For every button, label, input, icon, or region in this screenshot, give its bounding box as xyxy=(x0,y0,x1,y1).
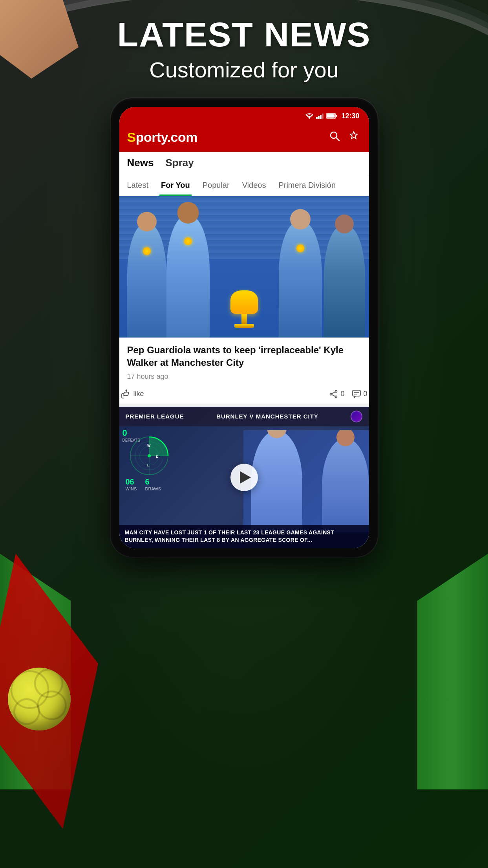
video-thumbnail-1: PREMIER LEAGUE BURNLEY v MANCHESTER CITY xyxy=(119,407,369,548)
wins-value: 06 xyxy=(126,477,137,486)
svg-rect-1 xyxy=(316,117,318,119)
draws-block: 6 DRAWS xyxy=(145,477,161,491)
svg-point-11 xyxy=(335,396,337,398)
status-icons: 12:30 xyxy=(305,112,359,120)
sub-navigation: Latest For You Popular Videos Primera Di… xyxy=(119,175,369,196)
share-count: 0 xyxy=(340,390,344,398)
like-label: like xyxy=(133,390,144,398)
thumbs-up-icon xyxy=(121,389,130,399)
video-card-1[interactable]: PREMIER LEAGUE BURNLEY v MANCHESTER CITY xyxy=(119,407,369,548)
vid-player-1 xyxy=(251,430,302,532)
player-head-3 xyxy=(290,209,311,229)
svg-rect-4 xyxy=(322,114,324,119)
radar-chart: W D L xyxy=(128,434,171,477)
app-header: Sporty.com xyxy=(119,125,369,152)
svg-line-9 xyxy=(336,138,339,141)
article-card-1[interactable]: Pep Guardiola wants to keep 'irreplaceab… xyxy=(119,196,369,407)
article-time-1: 17 hours ago xyxy=(127,373,361,381)
nav-spray[interactable]: Spray xyxy=(165,157,194,175)
svg-text:L: L xyxy=(147,463,150,467)
player-head-1 xyxy=(137,212,157,231)
medal-3 xyxy=(296,244,304,252)
svg-rect-2 xyxy=(318,116,320,119)
wifi-icon xyxy=(305,113,314,119)
trophy xyxy=(228,290,260,330)
comment-button[interactable]: 0 xyxy=(352,390,367,398)
phone-outer-frame: 12:30 Sporty.com xyxy=(111,98,378,557)
nav-sub-foryou[interactable]: For You xyxy=(159,175,192,196)
headline-section: LATEST NEWS Customized for you xyxy=(0,16,488,83)
like-button[interactable]: like xyxy=(121,389,144,399)
main-navigation: News Spray xyxy=(119,152,369,175)
video-caption: MAN CITY HAVE LOST JUST 1 OF THEIR LAST … xyxy=(119,525,369,548)
article-image-1 xyxy=(119,196,369,338)
trophy-cup xyxy=(230,290,258,314)
phone-mockup: 12:30 Sporty.com xyxy=(111,98,378,557)
nav-sub-videos[interactable]: Videos xyxy=(241,175,268,196)
nav-news[interactable]: News xyxy=(127,157,154,175)
signal-icon xyxy=(316,113,324,119)
sub-headline: Customized for you xyxy=(0,57,488,83)
vid-player-head-2 xyxy=(336,430,355,446)
medal-1 xyxy=(143,247,151,255)
status-time: 12:30 xyxy=(341,112,359,120)
player-head-2 xyxy=(177,202,199,224)
players-right xyxy=(243,430,369,532)
wins-label: WINS xyxy=(126,486,137,491)
player-head-4 xyxy=(335,215,354,233)
draws-value: 6 xyxy=(145,477,161,486)
svg-rect-6 xyxy=(327,114,335,118)
player-sil-1 xyxy=(127,224,166,338)
player-sil-3 xyxy=(279,222,322,338)
share-button[interactable]: 0 xyxy=(329,390,344,398)
radar-stats-overlay: W D L 06 WINS 6 DRAWS xyxy=(126,426,181,497)
comment-count: 0 xyxy=(363,390,367,398)
main-headline: LATEST NEWS xyxy=(0,16,488,54)
svg-text:W: W xyxy=(147,444,151,448)
search-icon[interactable] xyxy=(329,130,340,144)
favorites-icon[interactable] xyxy=(348,130,360,145)
vid-player-2 xyxy=(322,438,369,532)
svg-rect-15 xyxy=(353,390,360,396)
article-actions-1: like 0 xyxy=(119,389,369,399)
medal-2 xyxy=(184,237,192,245)
article-title-1: Pep Guardiola wants to keep 'irreplaceab… xyxy=(127,344,361,369)
video-league-name: PREMIER LEAGUE xyxy=(126,413,184,420)
share-icon xyxy=(329,390,338,398)
article-right-actions: 0 0 xyxy=(329,390,367,398)
svg-point-0 xyxy=(309,118,310,119)
app-logo: Sporty.com xyxy=(127,130,198,145)
svg-rect-3 xyxy=(320,115,322,119)
svg-rect-7 xyxy=(336,115,337,117)
play-button[interactable] xyxy=(230,464,258,491)
svg-point-12 xyxy=(330,393,332,395)
svg-text:D: D xyxy=(156,455,159,459)
news-feed: Pep Guardiola wants to keep 'irreplaceab… xyxy=(119,196,369,548)
player-sil-4 xyxy=(324,226,365,338)
phone-screen: 12:30 Sporty.com xyxy=(119,107,369,548)
logo-s: S xyxy=(127,130,136,145)
soccer-ball-decoration xyxy=(8,668,71,730)
svg-line-14 xyxy=(332,395,335,396)
nav-sub-latest[interactable]: Latest xyxy=(126,175,150,196)
trophy-base xyxy=(234,324,254,328)
trophy-stem xyxy=(241,314,247,324)
nav-sub-primera[interactable]: Primera División xyxy=(277,175,337,196)
video-matchup: BURNLEY v MANCHESTER CITY xyxy=(216,413,318,420)
header-icons xyxy=(329,130,360,145)
video-header-bar: PREMIER LEAGUE BURNLEY v MANCHESTER CITY xyxy=(119,407,369,426)
vid-player-head-1 xyxy=(267,430,287,438)
nav-sub-popular[interactable]: Popular xyxy=(201,175,231,196)
svg-line-13 xyxy=(332,392,335,393)
logo-text: porty.com xyxy=(136,130,197,145)
svg-point-10 xyxy=(335,390,337,392)
player-sil-2 xyxy=(166,216,210,338)
play-triangle-icon xyxy=(240,471,251,484)
comment-icon xyxy=(352,390,361,398)
draws-label: DRAWS xyxy=(145,486,161,491)
article-content-1: Pep Guardiola wants to keep 'irreplaceab… xyxy=(119,338,369,389)
status-bar: 12:30 xyxy=(119,107,369,125)
pl-logo xyxy=(351,411,362,422)
stats-block: 06 WINS xyxy=(126,477,137,491)
battery-icon xyxy=(326,113,337,119)
